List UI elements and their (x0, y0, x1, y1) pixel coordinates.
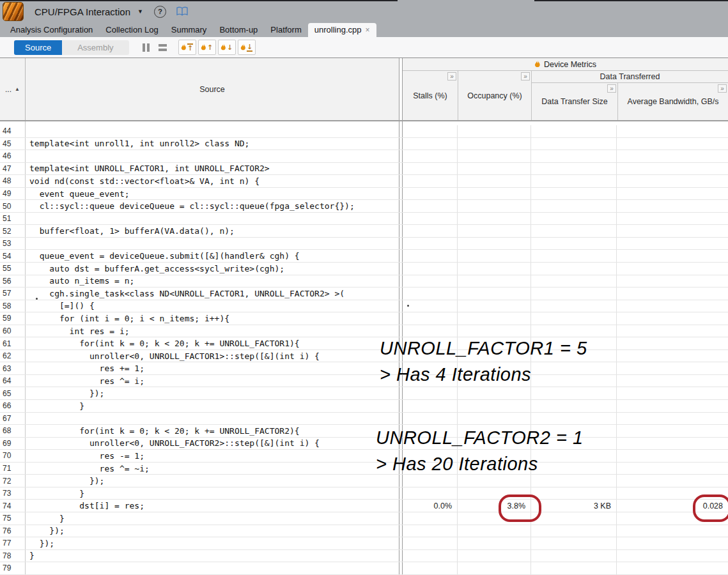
source-code-line[interactable]: unroller<0, UNROLL_FACTOR2>::step([&](in… (26, 438, 399, 450)
expand-column-icon[interactable]: » (447, 72, 456, 80)
horizontal-bars-icon[interactable] (159, 44, 167, 51)
stalls-value (403, 413, 458, 425)
source-code-line[interactable]: res ^= i; (26, 375, 399, 387)
occupancy-value (458, 300, 531, 312)
bandwidth-value (617, 450, 728, 462)
source-code-line[interactable]: auto dst = bufferA.get_access<sycl_write… (26, 263, 399, 275)
tab-unrolling-cpp[interactable]: unrolling.cpp × (308, 23, 376, 37)
source-code-line[interactable] (26, 150, 399, 162)
data-transfer-size-column-header[interactable]: » Data Transfer Size (532, 83, 617, 120)
grid-body: 44 45 template<int unroll1, int unroll2>… (0, 125, 728, 575)
bandwidth-value (617, 425, 728, 437)
stalls-value (403, 263, 458, 275)
hotspot-jump-top-button[interactable]: ↑ (178, 40, 196, 55)
source-code-line[interactable]: for (int i = 0; i < n_items; i++){ (26, 312, 399, 325)
tab-collection-log[interactable]: Collection Log (99, 23, 164, 37)
source-code-line[interactable]: }); (26, 475, 399, 487)
close-icon[interactable]: × (365, 23, 369, 37)
source-code-line[interactable]: auto n_items = n; (26, 275, 399, 288)
help-icon[interactable]: ? (154, 6, 166, 18)
source-code-line[interactable]: for(int k = 0; k < 20; k += UNROLL_FACTO… (26, 337, 399, 349)
occupancy-column-header[interactable]: » Occupancy (%) (458, 71, 531, 120)
source-code-line[interactable] (26, 238, 399, 250)
tab-analysis-configuration[interactable]: Analysis Configuration (4, 23, 99, 37)
bandwidth-value (617, 163, 728, 175)
source-code-line[interactable]: } (26, 512, 399, 525)
red-circle-occupancy-highlight (499, 494, 541, 522)
source-code-line[interactable]: } (26, 487, 399, 500)
stalls-column-label: Stalls (%) (413, 91, 447, 100)
source-row: 73 } (0, 487, 728, 500)
line-number: 62 (0, 350, 26, 362)
data-transfer-size-value (531, 312, 617, 325)
stalls-value (403, 525, 458, 537)
expand-column-icon[interactable]: » (718, 84, 727, 93)
source-row: 64 res ^= i; (0, 375, 728, 388)
stalls-column-header[interactable]: » Stalls (%) (403, 71, 458, 120)
hotspot-jump-bottom-button[interactable]: ↓ (238, 40, 256, 55)
tab-platform[interactable]: Platform (264, 23, 307, 37)
source-code-line[interactable] (26, 213, 399, 225)
source-code-line[interactable]: template<int unroll1, int unroll2> class… (26, 138, 399, 150)
bandwidth-value (617, 288, 728, 300)
tab-bottom-up[interactable]: Bottom-up (213, 23, 264, 37)
source-code-line[interactable]: unroller<0, UNROLL_FACTOR1>::step([&](in… (26, 350, 399, 362)
source-code-line[interactable]: res += 1; (26, 362, 399, 374)
line-number: 56 (0, 275, 26, 288)
bandwidth-value (617, 475, 728, 487)
source-code-line[interactable] (26, 562, 399, 574)
source-column-header[interactable]: Source (26, 58, 399, 120)
bandwidth-value (617, 438, 728, 450)
source-code-line[interactable]: res -= 1; (26, 450, 399, 462)
pause-icon[interactable] (143, 43, 150, 52)
source-code-line[interactable]: }); (26, 387, 399, 399)
source-code-line[interactable]: } (26, 400, 399, 412)
sort-asc-icon: ▲ (15, 86, 20, 92)
occupancy-value (458, 175, 531, 187)
source-code-line[interactable]: int res = i; (26, 325, 399, 337)
source-code-line[interactable]: void nd(const std::vector<float>& VA, in… (26, 175, 399, 187)
data-transfer-size-value (531, 550, 617, 562)
source-code-line[interactable]: dst[i] = res; (26, 500, 399, 512)
source-code-line[interactable]: buffer<float, 1> bufferA(VA.data(), n); (26, 225, 399, 237)
source-code-line[interactable]: cgh.single_task<class ND<UNROLL_FACTOR1,… (26, 288, 399, 300)
average-bandwidth-column-header[interactable]: » Average Bandwidth, GB/s (617, 83, 728, 120)
docs-book-icon[interactable] (176, 6, 189, 17)
device-metrics-group-header: Device Metrics (403, 58, 728, 71)
source-row: 54 queue_event = deviceQueue.submit([&](… (0, 250, 728, 263)
occupancy-value (458, 238, 531, 250)
source-code-line[interactable]: for(int k = 0; k < 20; k += UNROLL_FACTO… (26, 425, 399, 437)
bandwidth-value (617, 413, 728, 425)
source-button[interactable]: Source (14, 40, 62, 55)
bandwidth-value (617, 350, 728, 362)
source-code-line[interactable]: queue_event = deviceQueue.submit([&](han… (26, 250, 399, 262)
line-number: 58 (0, 300, 26, 312)
tab-label: unrolling.cpp (314, 23, 362, 37)
window-top-edge (534, 0, 728, 1)
tab-summary[interactable]: Summary (165, 23, 213, 37)
source-code-line[interactable]: event queue_event; (26, 188, 399, 200)
average-bandwidth-column-label: Average Bandwidth, GB/s (628, 97, 719, 106)
assembly-button[interactable]: Assembly (62, 40, 128, 55)
source-code-line[interactable] (26, 413, 399, 425)
source-code-line[interactable]: }); (26, 525, 399, 537)
expand-column-icon[interactable]: » (607, 84, 616, 93)
bandwidth-value (617, 175, 728, 187)
source-code-line[interactable]: template<int UNROLL_FACTOR1, int UNROLL_… (26, 163, 399, 175)
hotspot-next-button[interactable]: ↓ (218, 40, 236, 55)
source-code-line[interactable]: cl::sycl::queue deviceQueue = cl::sycl::… (26, 200, 399, 212)
source-code-line[interactable]: [=]() { (26, 300, 399, 312)
source-code-line[interactable]: } (26, 550, 399, 562)
line-column-header[interactable]: ... ▲ (0, 58, 26, 120)
stalls-value (403, 512, 458, 525)
line-number: 69 (0, 438, 26, 450)
expand-column-icon[interactable]: » (521, 72, 530, 80)
source-code-line[interactable] (26, 125, 399, 137)
chevron-down-icon[interactable]: ▼ (137, 8, 143, 15)
source-code-line[interactable]: res ^= ~i; (26, 463, 399, 475)
occupancy-column-label: Occupancy (%) (467, 91, 522, 100)
hotspot-prev-button[interactable]: ↑ (198, 40, 216, 55)
data-transfer-size-value (531, 400, 617, 412)
stalls-value (403, 188, 458, 200)
source-code-line[interactable]: }); (26, 537, 399, 549)
